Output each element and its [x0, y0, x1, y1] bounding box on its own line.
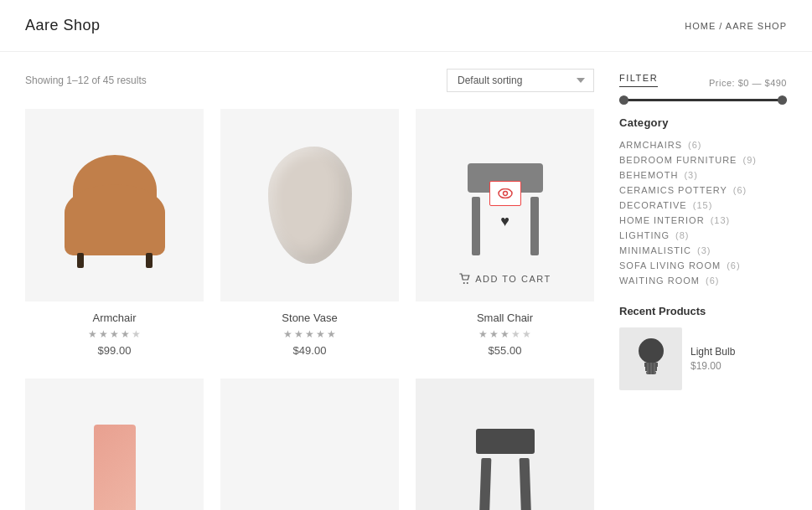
- sort-select[interactable]: Default sorting Sort by popularity Sort …: [447, 69, 594, 92]
- count: (15): [693, 200, 713, 210]
- site-title: Aare Shop: [25, 17, 101, 34]
- star-2: ★: [99, 328, 108, 340]
- count: (9): [743, 155, 757, 165]
- star-1: ★: [283, 328, 292, 340]
- star-2: ★: [489, 328, 499, 340]
- product-info-armchair: Armchair ★ ★ ★ ★ ★ $99.00: [25, 301, 204, 362]
- breadcrumb-home[interactable]: HOME: [685, 21, 716, 31]
- star-2: ★: [294, 328, 303, 340]
- count: (6): [706, 276, 719, 286]
- breadcrumb: HOME / AARE SHOP: [685, 21, 787, 31]
- cart-icon: [458, 273, 470, 285]
- main-container: Showing 1–12 of 45 results Default sorti…: [0, 52, 812, 510]
- count: (3): [697, 245, 711, 255]
- stone-vase-illustration: [268, 147, 352, 264]
- add-to-cart-overlay[interactable]: ADD TO CART: [458, 273, 551, 285]
- product-card-lamp[interactable]: [25, 379, 204, 510]
- svg-point-4: [639, 338, 664, 363]
- category-item-minimalistic[interactable]: MINIMALISTIC (3): [619, 243, 787, 258]
- category-item-home-interior[interactable]: HOME INTERIOR (13): [619, 213, 787, 228]
- products-grid: Armchair ★ ★ ★ ★ ★ $99.00: [25, 109, 594, 510]
- price-thumb-left[interactable]: [619, 95, 628, 105]
- product-info-small-chair: Small Chair ★ ★ ★ ★ ★ $55.00: [416, 301, 594, 362]
- product-image-small-chair[interactable]: ♥ ADD TO CART: [416, 109, 594, 301]
- stool2-illustration: [472, 425, 539, 510]
- product-price: $55.00: [416, 344, 594, 357]
- category-item-bedroom[interactable]: BEDROOM FURNITURE (9): [619, 152, 787, 167]
- svg-point-3: [466, 282, 468, 284]
- recent-product-price: $19.00: [690, 360, 735, 372]
- product-image-empty[interactable]: [220, 379, 399, 510]
- price-thumb-right[interactable]: [778, 95, 787, 105]
- product-name: Stone Vase: [220, 312, 399, 324]
- armchair-illustration: [48, 138, 182, 272]
- product-card-small-chair[interactable]: ♥ ADD TO CART Small Chair ★: [416, 109, 594, 362]
- count: (3): [684, 170, 697, 180]
- product-image-stool2[interactable]: [416, 379, 594, 510]
- recent-products-heading: Recent Products: [619, 305, 787, 317]
- filter-label: FILTER: [619, 73, 658, 87]
- header: Aare Shop HOME / AARE SHOP: [0, 0, 812, 52]
- eye-icon: [498, 188, 513, 198]
- category-item-waiting[interactable]: WAITING ROOM (6): [619, 273, 787, 288]
- category-item-lighting[interactable]: LIGHTING (8): [619, 228, 787, 243]
- star-3: ★: [305, 328, 314, 340]
- product-image-armchair[interactable]: [25, 109, 204, 301]
- sidebar: FILTER Price: $0 — $490 Category ARMCHAI…: [619, 69, 787, 510]
- star-3: ★: [110, 328, 119, 340]
- category-heading: Category: [619, 116, 787, 129]
- star-5: ★: [522, 328, 531, 340]
- product-name: Armchair: [25, 312, 204, 324]
- category-item-sofa[interactable]: SOFA LIVING ROOM (6): [619, 258, 787, 273]
- product-price: $99.00: [25, 344, 204, 357]
- breadcrumb-sep: /: [719, 21, 722, 31]
- breadcrumb-current: AARE SHOP: [726, 21, 787, 31]
- recent-product-info: Light Bulb $19.00: [690, 346, 735, 372]
- svg-point-1: [503, 191, 507, 195]
- count: (6): [688, 140, 701, 150]
- svg-point-2: [463, 282, 464, 284]
- product-card-stool2[interactable]: [416, 379, 594, 510]
- product-name: Small Chair: [416, 312, 594, 324]
- recent-products-section: Recent Products Light Bulb: [619, 305, 787, 390]
- count: (6): [727, 260, 740, 270]
- recent-product-name: Light Bulb: [690, 346, 735, 358]
- add-cart-label: ADD TO CART: [475, 274, 551, 284]
- product-stars: ★ ★ ★ ★ ★: [416, 328, 594, 340]
- category-item-decorative[interactable]: DECORATIVE (15): [619, 198, 787, 213]
- star-1: ★: [88, 328, 97, 340]
- star-5: ★: [327, 328, 336, 340]
- count: (8): [675, 230, 689, 240]
- price-range-fill: [619, 99, 787, 101]
- svg-point-0: [499, 188, 512, 198]
- price-label: Price: $0 — $490: [709, 78, 787, 88]
- star-4: ★: [511, 328, 520, 340]
- recent-product-thumb: [619, 327, 682, 390]
- recent-product-item[interactable]: Light Bulb $19.00: [619, 327, 787, 390]
- count: (6): [733, 185, 747, 195]
- wishlist-button[interactable]: ♥: [500, 213, 509, 230]
- product-stars: ★ ★ ★ ★ ★: [220, 328, 399, 340]
- count: (13): [711, 215, 731, 225]
- light-bulb-icon: [634, 336, 668, 382]
- category-item-ceramics[interactable]: CERAMICS POTTERY (6): [619, 183, 787, 198]
- star-3: ★: [500, 328, 509, 340]
- price-slider-area: FILTER Price: $0 — $490: [619, 73, 787, 101]
- product-card-empty[interactable]: [220, 379, 399, 510]
- product-card-armchair[interactable]: Armchair ★ ★ ★ ★ ★ $99.00: [25, 109, 204, 362]
- product-image-stone-vase[interactable]: [220, 109, 399, 301]
- toolbar: Showing 1–12 of 45 results Default sorti…: [25, 69, 594, 92]
- product-image-lamp[interactable]: [25, 379, 204, 510]
- product-card-stone-vase[interactable]: Stone Vase ★ ★ ★ ★ ★ $49.00: [220, 109, 399, 362]
- lamp-illustration: [81, 416, 148, 510]
- category-item-armchairs[interactable]: ARMCHAIRS (6): [619, 137, 787, 152]
- content-area: Showing 1–12 of 45 results Default sorti…: [25, 69, 594, 510]
- star-5: ★: [132, 328, 141, 340]
- star-1: ★: [478, 328, 488, 340]
- category-list: ARMCHAIRS (6) BEDROOM FURNITURE (9) BEHE…: [619, 137, 787, 288]
- price-range-bar[interactable]: [619, 99, 787, 101]
- quick-view-button[interactable]: [489, 181, 521, 206]
- product-stars: ★ ★ ★ ★ ★: [25, 328, 204, 340]
- category-section: Category ARMCHAIRS (6) BEDROOM FURNITURE…: [619, 116, 787, 288]
- category-item-behemoth[interactable]: BEHEMOTH (3): [619, 167, 787, 183]
